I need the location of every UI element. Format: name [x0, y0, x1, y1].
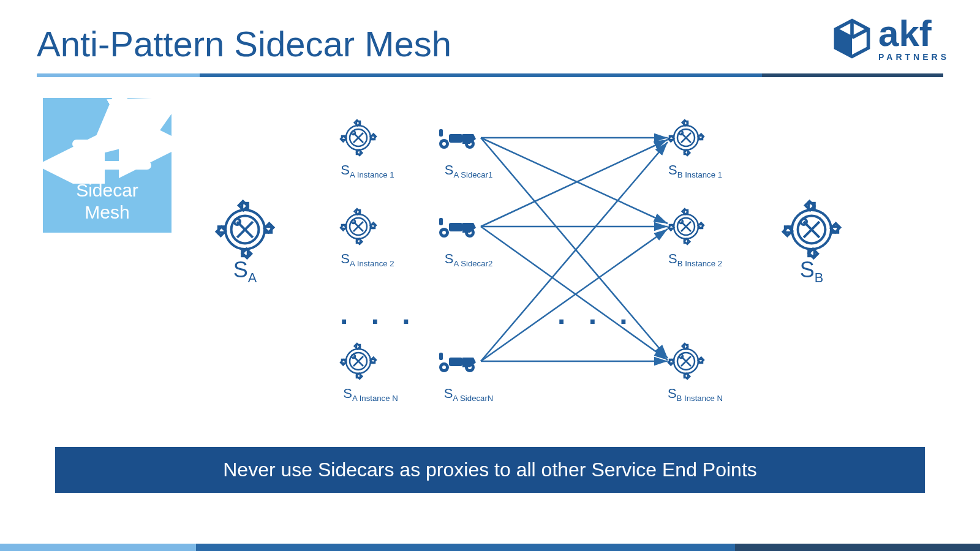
- label-sa-instN: SA Instance N: [325, 386, 417, 403]
- logo: akf PARTNERS: [831, 15, 949, 62]
- label-sb-inst1: SB Instance 1: [649, 162, 741, 179]
- page-title: Anti-Pattern Sidecar Mesh: [37, 23, 451, 64]
- cube-icon: [831, 17, 873, 60]
- svg-line-35: [481, 227, 668, 360]
- label-sa-inst1: SA Instance 1: [325, 162, 410, 179]
- logo-name: akf: [878, 15, 949, 52]
- box-line2: Mesh: [85, 202, 129, 222]
- label-sa: SA: [227, 257, 263, 286]
- sidecar-icon: [439, 218, 476, 238]
- svg-line-37: [481, 229, 668, 361]
- label-sa-sc2: SA Sidecar2: [429, 251, 508, 268]
- sidecar-icon: [439, 353, 476, 372]
- logo-sub: PARTNERS: [878, 52, 949, 62]
- svg-line-3: [852, 29, 869, 38]
- gear-icon: [668, 120, 704, 156]
- ellipsis: . . .: [557, 297, 635, 331]
- box-line1: Sidecar: [76, 180, 138, 200]
- footer-rule: [0, 544, 980, 551]
- label-sb: SB: [793, 257, 830, 286]
- gear-icon: [341, 209, 376, 244]
- gear-icon: [668, 343, 704, 379]
- header-rule: [37, 73, 943, 77]
- sidecar-icon: [439, 129, 476, 149]
- gear-icon: [668, 209, 704, 244]
- label-sb-instN: SB Instance N: [649, 386, 741, 403]
- svg-line-33: [481, 140, 668, 227]
- gear-icon: [783, 201, 840, 258]
- footer-banner: Never use Sidecars as proxies to all oth…: [55, 447, 925, 493]
- ellipsis: . . .: [340, 297, 418, 331]
- gear-icon: [217, 201, 274, 258]
- label-sa-scN: SA SidecarN: [429, 386, 508, 403]
- mesh-arrows-icon: [43, 98, 172, 184]
- label-sa-inst2: SA Instance 2: [325, 251, 410, 268]
- sidecar-mesh-box: Sidecar Mesh: [43, 98, 172, 233]
- label-sa-sc1: SA Sidecar1: [429, 162, 508, 179]
- gear-icon: [341, 120, 376, 156]
- label-sb-inst2: SB Instance 2: [649, 251, 741, 268]
- gear-icon: [341, 343, 376, 379]
- svg-line-31: [481, 138, 668, 223]
